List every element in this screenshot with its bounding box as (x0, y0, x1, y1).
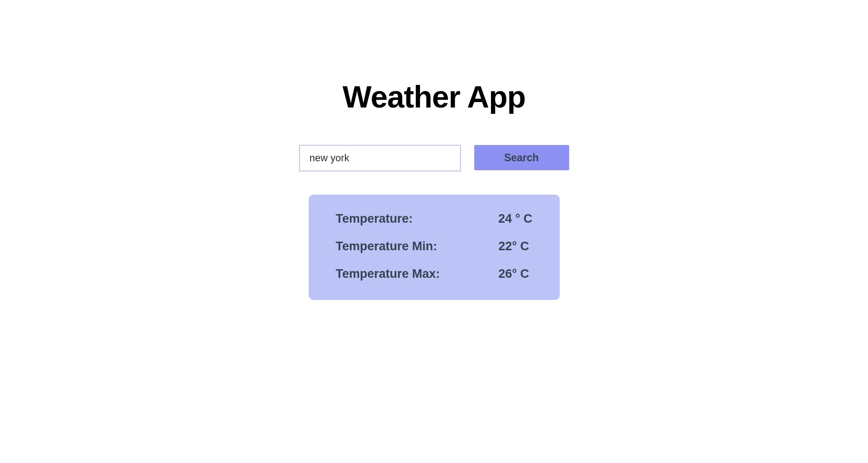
result-label: Temperature Min: (336, 239, 438, 253)
result-row-temperature-min: Temperature Min: 22° C (336, 239, 533, 253)
result-label: Temperature Max: (336, 267, 440, 281)
search-row: Search (299, 145, 569, 171)
result-row-temperature: Temperature: 24 ° C (336, 212, 533, 226)
result-value: 26° C (499, 267, 533, 281)
result-label: Temperature: (336, 212, 413, 226)
app-container: Weather App Search Temperature: 24 ° C T… (0, 0, 868, 300)
page-title: Weather App (343, 79, 526, 114)
result-value: 24 ° C (498, 212, 532, 226)
result-value: 22° C (499, 239, 533, 253)
result-row-temperature-max: Temperature Max: 26° C (336, 267, 533, 281)
search-button[interactable]: Search (474, 145, 569, 170)
weather-result-card: Temperature: 24 ° C Temperature Min: 22°… (309, 195, 560, 300)
city-search-input[interactable] (299, 145, 461, 171)
